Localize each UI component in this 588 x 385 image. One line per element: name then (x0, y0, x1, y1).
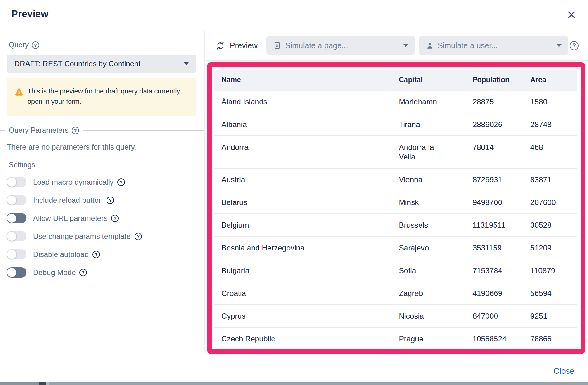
table-cell: 4190669 (465, 282, 523, 305)
table-row: AustriaVienna872593183871 (214, 168, 577, 191)
table-row: AndorraAndorra la Vella78014468 (214, 136, 577, 168)
table-cell: 468 (523, 136, 577, 168)
draft-warning-banner: This is the preview for the draft query … (7, 78, 196, 116)
table-cell: 11319511 (465, 214, 523, 236)
help-icon[interactable]: ? (72, 127, 79, 134)
table-row: Bosnia and HerzegovinaSarajevo3531159512… (214, 236, 577, 259)
toggle-label: Load macro dynamically (33, 178, 114, 187)
toggle-switch[interactable] (7, 267, 26, 278)
table-cell: 207600 (523, 191, 577, 214)
table-row: CyprusNicosia8470009251 (214, 305, 577, 327)
query-section-legend: Query ? (0, 41, 204, 49)
table-cell: Zagreb (391, 282, 465, 305)
toolbar-preview-label: Preview (230, 41, 258, 50)
table-cell: Brussels (391, 214, 465, 236)
toggle-label: Disable autoload (33, 250, 89, 259)
table-cell: Åland Islands (214, 90, 391, 113)
table-cell: 30528 (523, 214, 577, 236)
toggle-thumb (7, 250, 16, 259)
table-cell: Belarus (214, 191, 391, 214)
close-icon[interactable] (566, 9, 577, 20)
setting-toggle-row: Use change params template? (7, 231, 204, 241)
toggle-label: Include reload button (33, 196, 103, 205)
table-cell: Tirana (391, 113, 465, 136)
setting-toggle-row: Include reload button? (7, 195, 204, 205)
legend-line (0, 130, 5, 131)
table-column-header: Capital (391, 70, 465, 90)
table-cell: 51209 (523, 236, 577, 259)
legend-line (0, 45, 5, 45)
preview-table: NameCapitalPopulationArea Åland IslandsM… (214, 70, 577, 350)
table-cell: 1580 (523, 90, 577, 113)
setting-toggle-row: Debug Mode? (7, 267, 204, 278)
preview-result-area: NameCapitalPopulationArea Åland IslandsM… (212, 67, 581, 350)
toggle-thumb (7, 196, 16, 205)
toggle-thumb (7, 232, 16, 241)
dialog-title: Preview (12, 8, 49, 20)
table-cell: Bulgaria (214, 259, 391, 282)
chevron-down-icon (557, 44, 562, 47)
table-cell: 28875 (465, 90, 523, 113)
legend-line (43, 45, 204, 45)
table-cell: 83871 (523, 168, 577, 191)
table-header-row: NameCapitalPopulationArea (214, 70, 577, 90)
toggle-switch[interactable] (7, 213, 26, 223)
table-cell: Sarajevo (391, 236, 465, 259)
table-cell: 78865 (523, 327, 577, 350)
preview-result-highlight-frame: NameCapitalPopulationArea Åland IslandsM… (207, 62, 585, 354)
toggle-thumb (7, 268, 16, 277)
help-icon[interactable]: ? (92, 251, 100, 258)
bottom-strip-dark-segment (39, 382, 46, 385)
help-icon[interactable]: ? (79, 269, 87, 276)
background-bottom-strip (0, 382, 588, 385)
toggle-thumb (7, 178, 16, 187)
legend-line (42, 165, 204, 165)
toggle-switch[interactable] (7, 177, 26, 187)
toggle-thumb (7, 214, 16, 223)
table-cell: 9251 (523, 305, 577, 327)
table-cell: Vienna (391, 168, 465, 191)
table-cell: 28748 (523, 113, 577, 136)
simulate-page-placeholder: Simulate a page... (285, 41, 348, 50)
toggle-switch[interactable] (7, 249, 26, 259)
draft-warning-text: This is the preview for the draft query … (27, 86, 189, 107)
user-icon (426, 42, 434, 50)
help-icon[interactable]: ? (107, 197, 114, 204)
query-parameters-label: Query Parameters (9, 126, 69, 135)
query-select[interactable]: DRAFT: REST Countries by Continent (7, 55, 196, 73)
table-cell: 56594 (523, 282, 577, 305)
close-button[interactable]: Close (554, 366, 574, 376)
toggle-switch[interactable] (7, 231, 26, 241)
settings-panel: Query ? DRAFT: REST Countries by Contine… (0, 31, 205, 353)
help-icon[interactable]: ? (32, 41, 39, 49)
setting-toggle-row: Disable autoload? (7, 249, 204, 259)
table-row: AlbaniaTirana288602628748 (214, 113, 577, 136)
table-cell: 8725931 (465, 168, 523, 191)
help-icon[interactable]: ? (135, 233, 142, 240)
table-cell: Nicosia (391, 305, 465, 327)
bottom-strip-segment (0, 382, 39, 385)
query-section-label: Query (9, 41, 29, 49)
refresh-icon[interactable] (216, 41, 225, 50)
query-select-value: DRAFT: REST Countries by Continent (14, 59, 140, 68)
table-cell: Bosnia and Herzegovina (214, 236, 391, 259)
no-parameters-message: There are no parameters for this query. (7, 143, 204, 151)
settings-legend: Settings (0, 161, 204, 169)
help-icon[interactable]: ? (117, 178, 125, 186)
table-cell: Austria (214, 168, 391, 191)
table-column-header: Population (465, 70, 523, 90)
table-cell: 2886026 (465, 113, 523, 136)
table-cell: 3531159 (465, 236, 523, 259)
simulate-user-select[interactable]: Simulate a user... (419, 36, 568, 55)
table-row: CroatiaZagreb419066956594 (214, 282, 577, 305)
table-cell: Prague (391, 327, 465, 350)
simulate-page-select[interactable]: Simulate a page... (266, 36, 415, 55)
help-icon[interactable]: ? (570, 41, 579, 50)
settings-toggles: Load macro dynamically?Include reload bu… (0, 177, 204, 278)
chevron-down-icon (403, 44, 408, 47)
table-cell: Mariehamn (391, 90, 465, 113)
toggle-switch[interactable] (7, 195, 26, 205)
simulate-user-placeholder: Simulate a user... (438, 41, 498, 50)
help-icon[interactable]: ? (111, 215, 119, 222)
table-cell: Albania (214, 113, 391, 136)
